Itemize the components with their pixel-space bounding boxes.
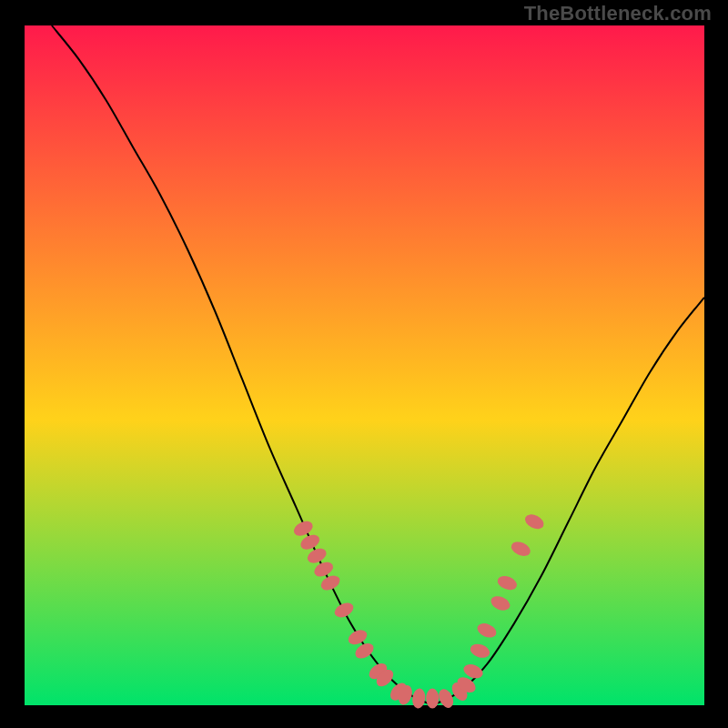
chart-container: TheBottleneck.com <box>0 0 728 728</box>
data-point <box>426 689 439 709</box>
chart-svg <box>0 0 728 728</box>
plot-background <box>25 25 704 705</box>
watermark: TheBottleneck.com <box>524 2 712 25</box>
